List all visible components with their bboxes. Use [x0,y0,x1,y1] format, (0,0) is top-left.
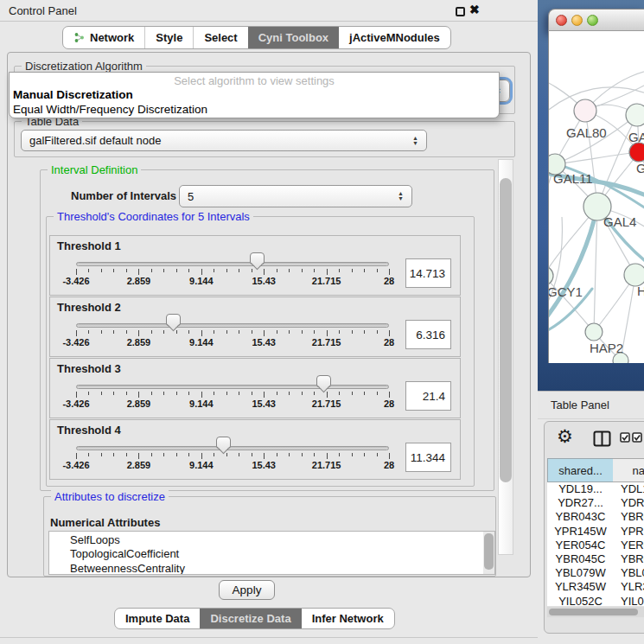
tick-mark [252,453,252,456]
tick-mark [188,269,189,272]
slider-track[interactable] [76,262,389,266]
table-row[interactable]: YDR27...YDR2 [547,496,644,510]
tab-label: Discretize Data [210,612,290,625]
table-row[interactable]: YPR145WYPR1 [547,525,644,539]
column-header-name[interactable]: na [613,458,644,482]
apply-button[interactable]: Apply [219,580,275,600]
slider-ticks [76,330,389,337]
threshold-value-field[interactable]: 6.316 [405,320,451,349]
slider-track[interactable] [76,323,389,328]
network-node-gal80[interactable] [574,99,596,122]
minimize-traffic-light[interactable] [571,15,583,26]
cell-shared-name: YPR145W [547,525,614,539]
tick-mark [76,392,77,398]
tab-cyni-toolbox[interactable]: Cyni Toolbox [248,27,339,48]
interval-definition-legend: Interval Definition [48,163,141,176]
scrollbar-thumb[interactable] [500,178,512,482]
cell-name: YBR0 [621,552,644,566]
close-traffic-light[interactable] [556,15,567,26]
tick-mark [314,453,315,456]
table-horizontal-scrollbar[interactable] [547,607,644,617]
tick-mark [339,392,340,395]
node-label: GCY1 [549,284,583,299]
threshold-value-field[interactable]: 14.713 [405,258,451,288]
dropdown-item-manual-discretization[interactable]: Manual Discretization [13,88,133,101]
tab-label: Select [204,31,237,44]
tab-infer-network[interactable]: Infer Network [302,609,394,628]
tick-mark [289,269,290,272]
checkbox-icon[interactable] [620,432,630,445]
threshold-label: Threshold 1 [57,239,121,252]
network-node[interactable] [613,353,628,363]
tick-mark [389,269,390,275]
float-window-icon[interactable] [456,7,465,16]
tick-label: 28 [384,399,394,409]
network-node-ga[interactable] [626,104,644,126]
tab-select[interactable]: Select [193,27,247,48]
threshold-value-field[interactable]: 21.4 [405,381,451,411]
table-row[interactable]: YBR045CYBR0 [547,552,644,566]
slider-ticks [76,269,389,276]
threshold-value-field[interactable]: 11.344 [405,443,451,472]
tick-mark [76,269,77,275]
slider-thumb[interactable] [250,252,265,271]
tick-mark [352,392,353,395]
threshold-label: Threshold 4 [57,424,121,437]
column-header-shared-name[interactable]: shared... [547,458,614,482]
slider-thumb[interactable] [316,375,331,393]
table-panel-titlebar: Table Panel [538,391,644,419]
list-item-selfloops[interactable]: SelfLoops [70,533,494,547]
network-node-gcy1[interactable] [549,266,553,285]
dropdown-item-equal-width-frequency[interactable]: Equal Width/Frequency Discretization [13,103,207,116]
tick-mark [113,453,114,456]
tick-mark [138,453,139,459]
tick-mark [226,392,227,395]
tick-label: 15.43 [252,460,276,470]
attributes-list-scrollbar[interactable] [483,532,494,574]
list-item-betweennesscentrality[interactable]: BetweennessCentrality [70,562,494,575]
tab-discretize-data[interactable]: Discretize Data [200,609,301,628]
threshold-panels: Threshold 1-3.4262.8599.14415.4321.71528… [49,235,462,481]
list-item-topologicalcoefficient[interactable]: TopologicalCoefficient [70,547,494,561]
table-row[interactable]: YBL079WYBL0 [547,566,644,580]
tab-jactivemnodules[interactable]: jActiveMNodules [339,27,450,48]
close-icon[interactable]: ✖ [469,3,480,16]
panel-vertical-scrollbar[interactable] [498,159,513,555]
table-data-combobox[interactable]: galFiltered.sif default node ▲▼ [21,130,427,151]
slider-track[interactable] [76,385,389,389]
tick-mark [377,453,378,456]
tab-network[interactable]: Network [63,27,144,48]
tick-mark [277,453,277,456]
slider-ticks [76,453,389,460]
checkbox-icon[interactable] [632,432,642,445]
scrollbar-thumb[interactable] [484,533,494,570]
scrollbar-thumb[interactable] [549,609,638,615]
tick-mark [163,392,164,395]
tab-style[interactable]: Style [144,27,193,48]
tick-label: 9.144 [189,399,214,409]
table-row[interactable]: YLR345WYLR3 [547,580,644,594]
tick-label: 2.859 [127,460,151,470]
table-row[interactable]: YDL19...YDL1 [547,482,644,496]
slider-thumb[interactable] [166,314,181,332]
tick-mark [88,453,89,456]
split-columns-icon[interactable] [593,430,611,450]
number-of-intervals-combobox[interactable]: 5 ▲▼ [179,185,412,207]
network-canvas[interactable]: GAL80GAGGAL11GAL4GCY1HHAP2 [548,31,644,363]
slider-tick-labels: -3.4262.8599.14415.4321.71528 [76,276,389,287]
tick-mark [88,330,89,334]
tick-label: 9.144 [189,460,214,470]
network-node-hap2[interactable] [585,323,603,341]
tick-mark [188,453,189,456]
table-row[interactable]: YBR043CYBR0 [547,510,644,524]
tick-mark [226,269,227,272]
table-row[interactable]: YER054CYER0 [547,539,644,552]
slider-track[interactable] [76,446,389,450]
table-row[interactable]: YIL052CYIL0 [547,595,644,607]
zoom-traffic-light[interactable] [587,15,598,26]
tick-mark [113,392,114,395]
gear-icon[interactable]: ⚙ [557,427,573,445]
network-node-g[interactable] [629,143,644,162]
tab-impute-data[interactable]: Impute Data [115,609,200,628]
slider-thumb[interactable] [216,437,231,455]
